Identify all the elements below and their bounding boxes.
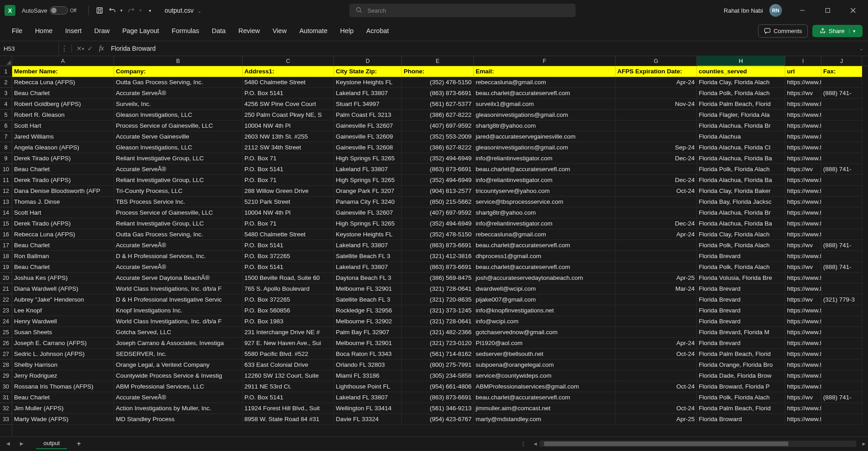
cell[interactable]: jimmuller.aim@comcast.net — [474, 403, 615, 414]
cell[interactable]: Rockledge FL 32956 — [334, 305, 402, 316]
cell[interactable]: Robert R. Gleason — [12, 110, 114, 120]
cancel-icon[interactable]: ✕ — [74, 45, 85, 52]
cell[interactable]: subpoena@orangelegal.com — [474, 360, 615, 370]
cell[interactable]: Derek Tirado (AFPS) — [12, 175, 114, 186]
cell[interactable]: Beau Charlet — [12, 88, 114, 99]
cell[interactable] — [615, 316, 697, 327]
cell[interactable]: (888) 741- — [821, 88, 862, 99]
cell[interactable]: Orlando FL 32803 — [334, 360, 402, 370]
formula-menu-icon[interactable]: ⋮ — [59, 44, 70, 53]
cell[interactable]: P.O. Box 372265 — [243, 251, 334, 262]
cell[interactable]: (407) 697-9592 — [402, 207, 474, 218]
cell[interactable]: (352) 478-5150 — [402, 77, 474, 88]
cell[interactable] — [821, 305, 862, 316]
cell[interactable]: Accurate ServeÂ® — [114, 392, 243, 403]
row-header[interactable]: 32 — [0, 403, 12, 414]
row-header[interactable]: 9 — [0, 153, 12, 164]
username[interactable]: Rahat Ibn Nabi — [724, 7, 763, 14]
cell[interactable]: https://www.fapps.or — [785, 414, 821, 425]
cell[interactable]: (321) 728-0641 — [402, 283, 474, 294]
cell[interactable]: Accurate ServeÂ® — [114, 240, 243, 251]
ribbon-tab-review[interactable]: Review — [232, 24, 267, 38]
cell[interactable] — [821, 77, 862, 88]
cell[interactable]: D & H Professional Investigative Servic — [114, 294, 243, 305]
cell[interactable]: Henry Wardwell — [12, 316, 114, 327]
cell[interactable]: Marty Wade (AFPS) — [12, 414, 114, 425]
cell[interactable] — [615, 327, 697, 338]
cell[interactable]: Derek Tirado (AFPS) — [12, 153, 114, 164]
cell[interactable]: Email: — [474, 66, 615, 77]
row-header[interactable]: 2 — [0, 77, 12, 88]
cell[interactable]: Florida Alachua, Florida Ba — [697, 175, 785, 186]
cell[interactable]: info@wcipi.com — [474, 316, 615, 327]
scroll-left-icon[interactable]: ◄ — [531, 440, 539, 448]
cell[interactable] — [821, 273, 862, 283]
cell[interactable]: Florida Bay, Florida Jacksc — [697, 197, 785, 207]
cell[interactable]: 5580 Pacific Blvd. #522 — [243, 349, 334, 360]
cell[interactable]: info@reliantinvestigator.com — [474, 218, 615, 229]
ribbon-tab-help[interactable]: Help — [334, 24, 360, 38]
cell[interactable]: Boca Raton FL 3343 — [334, 349, 402, 360]
cell[interactable]: https://www.fapps.or — [785, 153, 821, 164]
cell[interactable]: Rebecca Luna (AFPS) — [12, 229, 114, 240]
cell[interactable] — [821, 175, 862, 186]
cell[interactable]: P.O. Box 560856 — [243, 305, 334, 316]
cell[interactable] — [821, 186, 862, 197]
column-header-A[interactable]: A — [12, 56, 114, 66]
ribbon-tab-insert[interactable]: Insert — [59, 24, 88, 38]
share-button[interactable]: Share ▾ — [812, 25, 863, 37]
cell[interactable]: https://www.fapps.or — [785, 403, 821, 414]
cell[interactable] — [615, 110, 697, 120]
row-header[interactable]: 8 — [0, 142, 12, 153]
row-header[interactable]: 22 — [0, 294, 12, 305]
cell[interactable]: Keystone Heights FL — [334, 229, 402, 240]
cell[interactable]: marty@mdstandley.com — [474, 414, 615, 425]
row-header[interactable]: 29 — [0, 370, 12, 381]
row-header[interactable]: 14 — [0, 207, 12, 218]
cell[interactable]: Accurate Serve Daytona BeachÂ® — [114, 273, 243, 283]
cell[interactable]: josh@accurateservedaytonabeach.com — [474, 273, 615, 283]
cell[interactable]: Gleason Investigations, LLC — [114, 142, 243, 153]
cell[interactable]: https://www.fapps.or — [785, 77, 821, 88]
cell[interactable]: beau.charlet@accurateservefl.com — [474, 240, 615, 251]
enter-icon[interactable]: ✓ — [85, 45, 95, 52]
row-header[interactable]: 7 — [0, 131, 12, 142]
cell[interactable]: Florida Polk, Florida Alach — [697, 240, 785, 251]
cell[interactable]: Florida Polk, Florida Alach — [697, 164, 785, 175]
cell[interactable]: Beau Charlet — [12, 164, 114, 175]
cell[interactable]: https://wv — [785, 164, 821, 175]
add-sheet-icon[interactable]: + — [72, 438, 85, 449]
cell[interactable]: Oct-24 — [615, 403, 697, 414]
cell[interactable]: Action Investigations by Muller, Inc. — [114, 403, 243, 414]
ribbon-tab-draw[interactable]: Draw — [88, 24, 116, 38]
cell[interactable]: tricountyserve@yahoo.com — [474, 186, 615, 197]
row-header[interactable]: 25 — [0, 327, 12, 338]
row-header[interactable]: 28 — [0, 360, 12, 370]
cell[interactable]: Apr-25 — [615, 414, 697, 425]
cell[interactable]: Joseph E. Carrano (AFPS) — [12, 338, 114, 349]
cell[interactable]: High Springs FL 3265 — [334, 153, 402, 164]
cell[interactable] — [821, 197, 862, 207]
cell[interactable] — [821, 349, 862, 360]
cell[interactable]: (863) 873-6691 — [402, 88, 474, 99]
column-header-G[interactable]: G — [615, 56, 697, 66]
cell[interactable]: Fax: — [821, 66, 862, 77]
cell[interactable]: Joseph Carrano & Associates, Investiga — [114, 338, 243, 349]
cell[interactable]: Dec-24 — [615, 175, 697, 186]
cell[interactable]: 8958 W. State Road 84 #31 — [243, 414, 334, 425]
cell[interactable]: Florida Dade, Florida Brow — [697, 370, 785, 381]
cell[interactable]: pijake007@gmail.com — [474, 294, 615, 305]
row-header[interactable]: 30 — [0, 381, 12, 392]
cell[interactable]: jared@accurateservegainesville.com — [474, 131, 615, 142]
cell[interactable]: Florida Polk, Florida Alach — [697, 392, 785, 403]
cell[interactable]: Scott Hart — [12, 207, 114, 218]
cell[interactable]: Accurate ServeÂ® — [114, 88, 243, 99]
cell[interactable]: Gotcha Served, LLC — [114, 327, 243, 338]
cell[interactable] — [615, 262, 697, 273]
row-header[interactable]: 23 — [0, 305, 12, 316]
cell[interactable]: (352) 478-5150 — [402, 229, 474, 240]
row-header[interactable]: 13 — [0, 197, 12, 207]
cell[interactable]: Melbourne FL 32901 — [334, 283, 402, 294]
cell[interactable]: Mar-24 — [615, 283, 697, 294]
cell[interactable]: ABMProfessionalservices@gmail.com — [474, 381, 615, 392]
